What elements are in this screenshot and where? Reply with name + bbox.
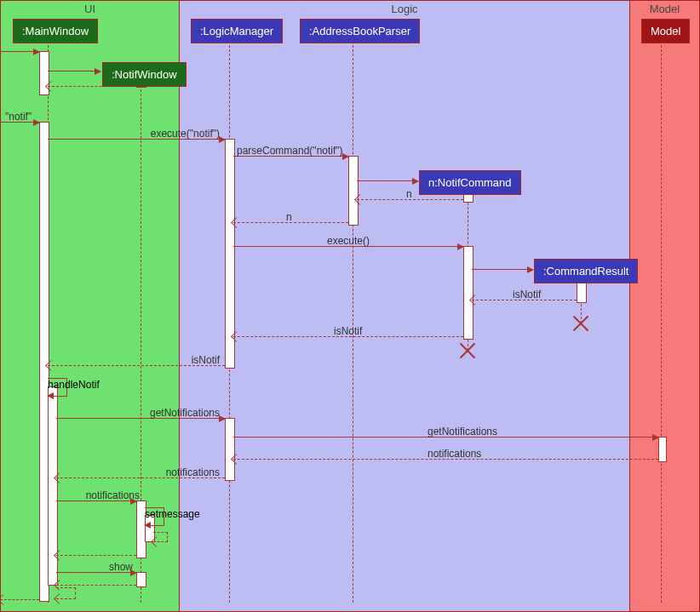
msg-handlenotif: handleNotif [48,378,67,397]
msg-create-cmdresult [472,269,533,271]
region-logic-title: Logic [180,3,629,15]
destroy-notifcmd [459,342,476,359]
msg-getnotifications2: getNotifications [233,437,658,438]
msg-notif-in: "notif" [0,122,39,123]
sequence-diagram: UI Logic Model :MainWindow :NotifWindow … [0,0,700,612]
msg-return-n1: n [357,199,463,201]
head-notifwindow: :NotifWindow [102,62,186,87]
act-notifcmd-2 [463,246,473,340]
act-logicmgr-2 [225,418,235,481]
msg-return-n2: n [233,222,348,224]
lifeline-model [661,41,662,603]
region-ui-title: UI [1,3,179,15]
region-model: Model [630,0,700,612]
msg-found-1 [0,51,39,53]
region-model-title: Model [630,3,699,15]
msg-execute-notif: execute("notif") [48,139,225,140]
msg-isnotif1: isNotif [472,300,577,301]
msg-setmessage-ret [153,532,168,542]
msg-ret-notifwindow2 [56,555,136,557]
msg-notifications3: notifications [56,500,136,502]
act-parser-1 [348,156,359,226]
head-mainwindow: :MainWindow [13,19,98,43]
msg-create-notifwindow [48,71,100,72]
destroy-cmdresult [572,315,589,332]
lifeline-addressbookparser [353,41,353,603]
msg-isnotif2: isNotif [233,336,463,338]
msg-isnotif3: isNotif [48,365,225,367]
head-notifcommand: n:NotifCommand [419,170,521,195]
head-model: Model [641,19,690,43]
msg-ret-show [56,585,136,586]
msg-getnotifications1: getNotifications [56,418,225,420]
msg-show: show [56,572,136,574]
head-commandresult: :CommandResult [534,259,638,283]
msg-parsecommand: parseCommand("notif") [233,156,348,157]
head-addressbookparser: :AddressBookParser [300,19,420,43]
region-logic: Logic [180,0,630,612]
msg-handlenotif-ret [56,587,76,599]
msg-final-return [0,599,39,601]
msg-notifications2: notifications [56,478,225,479]
msg-setmessage: setmessage [145,507,164,526]
msg-execute: execute() [233,246,463,248]
act-model-1 [658,437,667,462]
act-notifwindow-3 [136,572,146,587]
head-logicmanager: :LogicManager [191,19,283,43]
msg-notifications1: notifications [233,459,658,460]
msg-create-notifcmd [357,180,418,182]
